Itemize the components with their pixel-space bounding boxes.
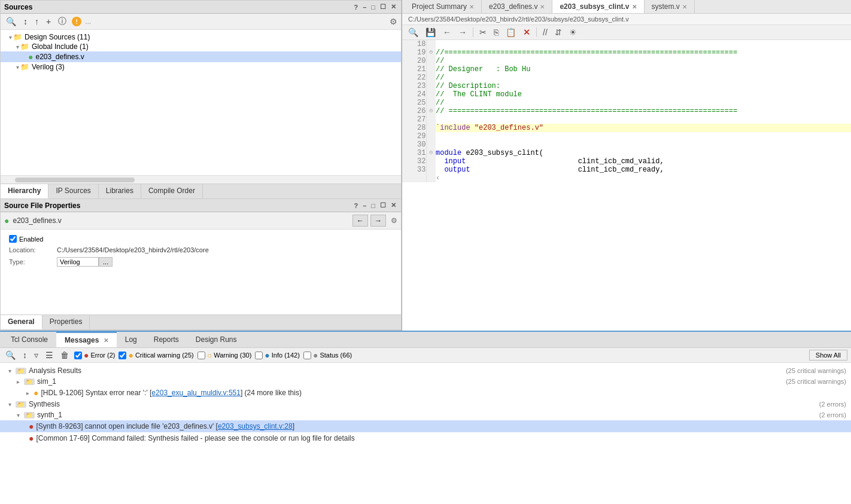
editor-tab-e203-defines[interactable]: e203_defines.v ✕ [482,0,552,13]
editor-tab-project-summary[interactable]: Project Summary ✕ [405,0,482,13]
code-area[interactable]: 18 19 ⊖ //==============================… [402,40,851,331]
tab-general[interactable]: General [1,315,42,329]
tree-item-design-sources[interactable]: ▾ 📁 Design Sources (11) [1,32,401,42]
msg-group-sim1[interactable]: ▸ 📁 sim_1 (25 critical warnings) [0,376,851,387]
filter-info-label: Info (142) [272,352,300,359]
line-ind-29 [426,132,436,140]
sources-dots[interactable]: ... [85,17,91,26]
props-gear-btn[interactable]: ⚙ [391,216,397,225]
editor-light-btn[interactable]: ☀ [567,27,579,38]
filter-warning-checkbox[interactable] [197,352,205,359]
sources-search-btn[interactable]: 🔍 [4,16,18,27]
editor-comment-btn[interactable]: // [540,27,550,38]
props-close-btn[interactable]: ✕ [390,201,397,210]
tree-item-e203-defines[interactable]: ● e203_defines.v [1,51,401,62]
sources-restore-btn[interactable]: □ [370,3,376,11]
editor-delete-btn[interactable]: ✕ [521,27,533,38]
tab-system-close[interactable]: ✕ [682,4,687,10]
props-prev-btn[interactable]: ← [352,215,368,227]
props-minimize-btn[interactable]: – [361,201,367,210]
tree-item-global-include[interactable]: ▾ 📁 Global Include (1) [1,42,401,51]
sources-minimize-btn[interactable]: – [361,3,367,11]
props-help-btn[interactable]: ? [352,201,359,210]
editor-search-btn[interactable]: 🔍 [406,27,421,38]
editor-tab-system[interactable]: system.v ✕ [645,0,695,13]
sources-expand-btn[interactable]: ↑ [33,16,41,27]
editor-save-btn[interactable]: 💾 [423,27,438,38]
sources-add-btn[interactable]: + [44,16,53,27]
filter-status[interactable]: ● Status (66) [303,350,352,360]
tab-reports[interactable]: Reports [145,332,187,347]
msg-collapse-btn[interactable]: ↕ [21,350,29,361]
enabled-checkbox[interactable] [9,235,17,243]
tab-ip-sources[interactable]: IP Sources [48,184,98,198]
tab-design-runs[interactable]: Design Runs [187,332,245,347]
tab-libraries[interactable]: Libraries [99,184,141,198]
sources-collapse-btn[interactable]: ↕ [22,16,29,27]
enabled-label[interactable]: Enabled [9,235,43,243]
line-num-21: 21 [402,65,426,74]
tab-log[interactable]: Log [117,332,145,347]
show-all-btn[interactable]: Show All [809,350,847,361]
filter-error[interactable]: ● Error (2) [74,350,115,360]
line-ind-31[interactable]: ⊖ [426,149,436,157]
msg-group-analysis[interactable]: ▾ 📁 Analysis Results (25 critical warnin… [0,365,851,376]
msg-group-synth1[interactable]: ▾ 📁 synth_1 (2 errors) [0,410,851,420]
editor-back-btn[interactable]: ← [440,27,454,38]
msg-sim1-hdl[interactable]: ▸ ● [HDL 9-1206] Syntax error near ':' [… [0,387,851,399]
type-input[interactable] [57,257,99,267]
editor-copy-btn[interactable]: ⎘ [491,27,501,38]
tree-item-verilog[interactable]: ▾ 📁 Verilog (3) [1,62,401,72]
filter-info-checkbox[interactable] [255,352,263,359]
msg-filter-btn[interactable]: ▿ [32,350,40,361]
synth-error1-link[interactable]: e203_subsys_clint.v:28 [218,422,293,430]
sources-scrollbar-h[interactable] [1,175,401,184]
tab-e203-defines-close[interactable]: ✕ [540,4,545,10]
tab-e203-subsys-clint-close[interactable]: ✕ [632,4,637,10]
props-restore-btn[interactable]: □ [370,201,376,210]
msg-view-btn[interactable]: ☰ [44,350,55,361]
msg-delete-btn[interactable]: 🗑 [59,350,71,361]
editor-forward-btn[interactable]: → [456,27,469,38]
filter-error-checkbox[interactable] [74,352,82,359]
code-content-24: // The CLINT module [436,90,851,99]
props-next-btn[interactable]: → [370,215,386,227]
editor-tab-e203-subsys-clint[interactable]: e203_subsys_clint.v ✕ [552,0,644,13]
code-line-30: 30 [402,140,851,149]
sources-help-btn[interactable]: ? [352,3,359,11]
msg-group-synthesis[interactable]: ▾ 📁 Synthesis (2 errors) [0,399,851,410]
tab-properties[interactable]: Properties [42,315,90,329]
sources-close-btn[interactable]: ✕ [390,2,397,11]
editor-cut-btn[interactable]: ✂ [477,27,489,38]
msg-synth-error2[interactable]: ● [Common 17-69] Command failed: Synthes… [0,432,851,444]
tab-project-summary-close[interactable]: ✕ [469,4,474,10]
prop-enabled-row: Enabled [7,233,395,245]
code-content-21: // Designer : Bob Hu [436,65,851,74]
sources-maximize-btn[interactable]: ☐ [379,2,387,11]
sources-gear-btn[interactable]: ⚙ [390,17,397,26]
tab-compile-order[interactable]: Compile Order [141,184,203,198]
filter-critical-checkbox[interactable] [118,352,126,359]
filter-warning[interactable]: ○ Warning (30) [197,350,252,360]
filter-status-checkbox[interactable] [303,352,311,359]
filter-info[interactable]: ● Info (142) [255,350,300,360]
error-msg-icon-2: ● [29,433,34,443]
line-ind-26[interactable]: ⊖ [426,107,436,115]
editor-split-btn[interactable]: ⇵ [552,27,564,38]
tab-messages[interactable]: Messages ✕ [56,332,117,347]
filter-critical[interactable]: ● Critical warning (25) [118,350,193,360]
tab-hierarchy[interactable]: Hierarchy [1,184,48,198]
type-browse-btn[interactable]: ... [99,257,113,267]
line-ind-19[interactable]: ⊖ [426,48,436,57]
synth-error2-text: [Common 17-69] Command failed: Synthesis… [36,434,846,442]
sim1-hdl-link[interactable]: e203_exu_alu_muldiv.v:551 [151,389,241,397]
props-maximize-btn[interactable]: ☐ [379,201,387,210]
tab-tcl-console[interactable]: Tcl Console [2,332,56,347]
msg-synth-error1[interactable]: ● [Synth 8-9263] cannot open include fil… [0,420,851,432]
msg-search-btn[interactable]: 🔍 [4,350,17,361]
editor-paste-btn[interactable]: 📋 [503,27,518,38]
right-panel: Project Summary ✕ e203_defines.v ✕ e203_… [402,0,851,331]
sources-info-btn[interactable]: ⓘ [56,16,68,28]
messages-close-btn[interactable]: ✕ [104,337,108,344]
info-icon: ● [265,350,269,360]
